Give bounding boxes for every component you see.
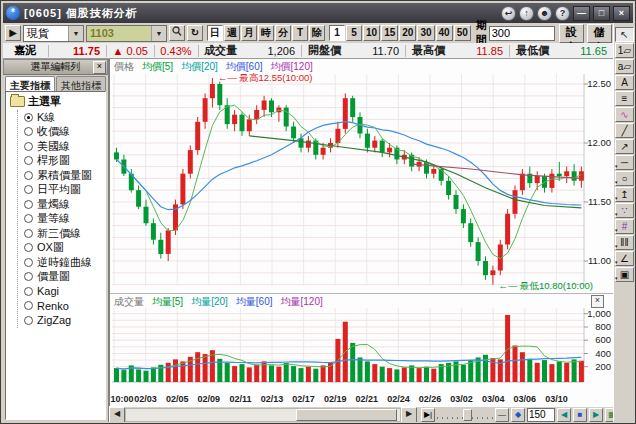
period-input[interactable] (489, 26, 555, 41)
minimize-button[interactable]: — (573, 6, 590, 21)
eraser-all-tool[interactable]: a▱ (615, 59, 634, 74)
interval-button-月[interactable]: 月 (241, 25, 257, 41)
menu-editor-header[interactable]: 選單編輯列 × (3, 59, 108, 75)
radio-icon[interactable] (24, 142, 33, 151)
scroll-left-button[interactable]: ◀ (109, 407, 125, 423)
pointer-tool[interactable]: ↖ (615, 27, 634, 42)
radio-icon[interactable] (24, 272, 33, 281)
page-left-button[interactable]: ◀ (557, 408, 571, 422)
freehand-tool[interactable]: ∿ (615, 107, 634, 122)
symbol-select[interactable]: 1103 ▼ (86, 25, 167, 42)
zoom-out-button[interactable]: — (495, 408, 509, 422)
view-button[interactable]: ■ (573, 408, 587, 422)
user-icon[interactable]: ☻ (537, 6, 552, 21)
radio-icon[interactable] (24, 316, 33, 325)
playback-step-button[interactable]: ▶| (421, 408, 435, 422)
indicator-item-OX圖[interactable]: OX圖 (24, 241, 105, 256)
indicator-item-label: 累積價量圖 (37, 168, 92, 183)
action-button-0[interactable]: 設定 (559, 24, 584, 43)
page-right-button[interactable]: ▶ (589, 408, 603, 422)
minute-button-50[interactable]: 50 (454, 25, 471, 41)
title-bar[interactable]: * [0605] 個股技術分析 ↩↑☻?—□× (3, 3, 633, 23)
radio-icon[interactable] (24, 287, 33, 296)
radio-icon[interactable] (24, 113, 33, 122)
interval-button-T[interactable]: T (292, 25, 308, 41)
minute-button-5[interactable]: 5 (346, 25, 362, 41)
horizontal-line-tool[interactable]: ─▾ (615, 155, 634, 170)
indicator-item-收價線[interactable]: 收價線 (24, 125, 105, 140)
close-button[interactable]: × (613, 6, 630, 21)
maximize-button[interactable]: □ (593, 6, 610, 21)
action-button-1[interactable]: 儲存 (587, 24, 612, 43)
label-line-tool[interactable]: ▣▾ (615, 267, 634, 282)
indicator-item-量燭線[interactable]: 量燭線 (24, 197, 105, 212)
tree-root[interactable]: 主選單 (10, 94, 105, 109)
minute-button-1[interactable]: 1 (329, 25, 345, 41)
market-select[interactable]: 現貨 ▼ (23, 25, 84, 42)
chevron-down-icon[interactable]: ▼ (68, 26, 83, 41)
eraser-one-tool[interactable]: 1▱ (615, 43, 634, 58)
indicator-item-價量圖[interactable]: 價量圖 (24, 270, 105, 285)
radio-icon[interactable] (24, 171, 33, 180)
radio-icon[interactable] (24, 127, 33, 136)
fan-lines-tool[interactable]: ∠▾ (615, 251, 634, 266)
indicator-item-新三價線[interactable]: 新三價線 (24, 226, 105, 241)
interval-button-時[interactable]: 時 (258, 25, 274, 41)
sidebar-close-button[interactable]: × (93, 61, 106, 74)
slider-thumb[interactable] (463, 409, 472, 421)
indicator-item-Kagi[interactable]: Kagi (24, 284, 105, 299)
interval-button-分[interactable]: 分 (275, 25, 291, 41)
grid-tool[interactable]: #▾ (615, 219, 634, 234)
play-icon-button[interactable]: ▶ (5, 25, 21, 41)
scroll-right-button[interactable]: ▶ (401, 407, 417, 423)
radio-icon[interactable] (24, 185, 33, 194)
volume-chart[interactable]: 1,000800600400200 (110, 306, 614, 393)
radio-icon[interactable] (24, 229, 33, 238)
search-button[interactable] (169, 25, 185, 41)
indicator-item-桿形圖[interactable]: 桿形圖 (24, 154, 105, 169)
radio-icon[interactable] (24, 301, 33, 310)
refresh-button[interactable]: ↻ (187, 25, 203, 41)
nav-back-icon[interactable]: ↩ (501, 6, 516, 21)
ellipse-tool[interactable]: ○▾ (615, 171, 634, 186)
chevron-down-icon[interactable]: ▼ (151, 26, 166, 41)
indicator-item-Renko[interactable]: Renko (24, 299, 105, 314)
scale-input[interactable] (527, 408, 555, 422)
marker-dots-tool[interactable]: ∵▾ (615, 203, 634, 218)
minute-button-15[interactable]: 15 (381, 25, 398, 41)
chart-scrollbar[interactable] (125, 408, 401, 422)
radio-icon[interactable] (24, 258, 33, 267)
text-tool[interactable]: A (615, 75, 634, 90)
radio-icon[interactable] (24, 214, 33, 223)
indicator-item-美國線[interactable]: 美國線 (24, 139, 105, 154)
scrollbar-thumb[interactable] (296, 409, 397, 421)
tool-dropdown-icon[interactable]: ▾ (615, 272, 618, 285)
zoom-marker-button[interactable]: ◆ (511, 408, 525, 422)
parallel-lines-tool[interactable]: ≡ (615, 91, 634, 106)
minute-button-30[interactable]: 30 (417, 25, 434, 41)
vertical-lines-tool[interactable]: ‖‖▾ (615, 235, 634, 250)
trendline-tool[interactable]: ╱ (615, 123, 634, 138)
interval-button-週[interactable]: 週 (224, 25, 240, 41)
indicator-item-ZigZag[interactable]: ZigZag (24, 313, 105, 328)
minute-button-10[interactable]: 10 (363, 25, 380, 41)
nav-up-icon[interactable]: ↑ (519, 6, 534, 21)
price-chart[interactable]: ←— 最高12.55(10:00)←— 最低10.80(10:00)12.501… (110, 72, 614, 293)
radio-icon[interactable] (24, 243, 33, 252)
stock-name: 嘉泥 (3, 43, 48, 58)
minute-button-20[interactable]: 20 (399, 25, 416, 41)
minute-button-40[interactable]: 40 (436, 25, 453, 41)
indicator-item-累積價量圖[interactable]: 累積價量圖 (24, 168, 105, 183)
help-icon[interactable]: ? (555, 6, 570, 21)
pin-tool[interactable]: ↥▾ (615, 187, 634, 202)
indicator-item-日平均圖[interactable]: 日平均圖 (24, 183, 105, 198)
indicator-item-逆時鐘曲線[interactable]: 逆時鐘曲線 (24, 255, 105, 270)
radio-icon[interactable] (24, 200, 33, 209)
interval-button-除[interactable]: 除 (309, 25, 325, 41)
radio-icon[interactable] (24, 156, 33, 165)
arrow-line-tool[interactable]: ↗ (615, 139, 634, 154)
interval-button-日[interactable]: 日 (207, 25, 223, 41)
indicator-item-K線[interactable]: K線 (24, 110, 105, 125)
playback-slider[interactable] (437, 408, 493, 421)
indicator-item-量等線[interactable]: 量等線 (24, 212, 105, 227)
